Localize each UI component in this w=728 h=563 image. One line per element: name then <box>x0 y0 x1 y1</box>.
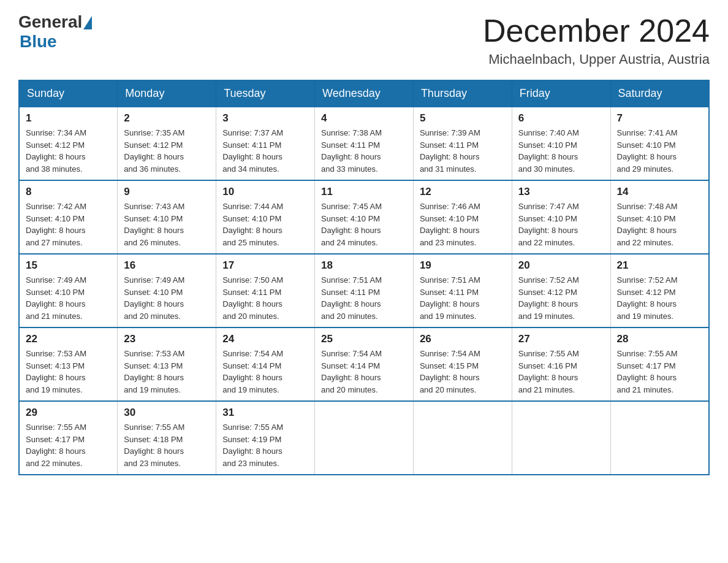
day-number: 6 <box>518 112 604 124</box>
day-number: 28 <box>617 333 702 345</box>
col-monday: Monday <box>118 80 216 107</box>
day-number: 30 <box>124 407 210 419</box>
day-info: Sunrise: 7:52 AMSunset: 4:12 PMDaylight:… <box>617 274 702 322</box>
calendar-cell: 14Sunrise: 7:48 AMSunset: 4:10 PMDayligh… <box>610 180 709 254</box>
day-number: 29 <box>26 407 111 419</box>
col-wednesday: Wednesday <box>315 80 414 107</box>
day-info: Sunrise: 7:51 AMSunset: 4:11 PMDaylight:… <box>321 274 407 322</box>
calendar-cell: 26Sunrise: 7:54 AMSunset: 4:15 PMDayligh… <box>413 327 512 401</box>
day-info: Sunrise: 7:52 AMSunset: 4:12 PMDaylight:… <box>518 274 604 322</box>
calendar-cell <box>413 401 512 475</box>
day-info: Sunrise: 7:49 AMSunset: 4:10 PMDaylight:… <box>124 274 210 322</box>
calendar-cell: 10Sunrise: 7:44 AMSunset: 4:10 PMDayligh… <box>216 180 315 254</box>
calendar-cell: 18Sunrise: 7:51 AMSunset: 4:11 PMDayligh… <box>315 254 414 327</box>
day-number: 21 <box>617 259 702 272</box>
day-info: Sunrise: 7:55 AMSunset: 4:19 PMDaylight:… <box>222 421 308 469</box>
calendar-cell: 6Sunrise: 7:40 AMSunset: 4:10 PMDaylight… <box>512 107 610 180</box>
calendar-cell: 22Sunrise: 7:53 AMSunset: 4:13 PMDayligh… <box>19 327 118 401</box>
calendar-cell: 8Sunrise: 7:42 AMSunset: 4:10 PMDaylight… <box>19 180 118 254</box>
day-info: Sunrise: 7:37 AMSunset: 4:11 PMDaylight:… <box>222 127 308 175</box>
calendar-cell: 30Sunrise: 7:55 AMSunset: 4:18 PMDayligh… <box>118 401 216 475</box>
calendar-cell: 29Sunrise: 7:55 AMSunset: 4:17 PMDayligh… <box>19 401 118 475</box>
calendar-cell: 25Sunrise: 7:54 AMSunset: 4:14 PMDayligh… <box>315 327 414 401</box>
day-info: Sunrise: 7:55 AMSunset: 4:17 PMDaylight:… <box>26 421 111 469</box>
day-number: 19 <box>420 259 506 272</box>
calendar-cell: 7Sunrise: 7:41 AMSunset: 4:10 PMDaylight… <box>610 107 709 180</box>
day-info: Sunrise: 7:53 AMSunset: 4:13 PMDaylight:… <box>124 348 210 396</box>
calendar-cell: 3Sunrise: 7:37 AMSunset: 4:11 PMDaylight… <box>216 107 315 180</box>
day-info: Sunrise: 7:46 AMSunset: 4:10 PMDaylight:… <box>420 201 506 248</box>
day-number: 7 <box>617 112 702 124</box>
calendar-week-row: 8Sunrise: 7:42 AMSunset: 4:10 PMDaylight… <box>19 180 709 254</box>
day-number: 22 <box>26 333 111 345</box>
day-number: 1 <box>26 112 111 124</box>
day-info: Sunrise: 7:42 AMSunset: 4:10 PMDaylight:… <box>26 201 111 248</box>
day-number: 15 <box>26 259 111 272</box>
logo-general: General <box>18 12 82 32</box>
day-info: Sunrise: 7:50 AMSunset: 4:11 PMDaylight:… <box>222 274 308 322</box>
calendar-cell: 5Sunrise: 7:39 AMSunset: 4:11 PMDaylight… <box>413 107 512 180</box>
day-number: 3 <box>222 112 308 124</box>
calendar-cell <box>610 401 709 475</box>
day-info: Sunrise: 7:41 AMSunset: 4:10 PMDaylight:… <box>617 127 702 175</box>
calendar-cell: 21Sunrise: 7:52 AMSunset: 4:12 PMDayligh… <box>610 254 709 327</box>
day-number: 4 <box>321 112 407 124</box>
calendar-cell: 24Sunrise: 7:54 AMSunset: 4:14 PMDayligh… <box>216 327 315 401</box>
day-info: Sunrise: 7:49 AMSunset: 4:10 PMDaylight:… <box>26 274 111 322</box>
day-number: 9 <box>124 186 210 198</box>
day-info: Sunrise: 7:39 AMSunset: 4:11 PMDaylight:… <box>420 127 506 175</box>
day-number: 23 <box>124 333 210 345</box>
calendar-cell: 13Sunrise: 7:47 AMSunset: 4:10 PMDayligh… <box>512 180 610 254</box>
day-number: 26 <box>420 333 506 345</box>
calendar-cell: 1Sunrise: 7:34 AMSunset: 4:12 PMDaylight… <box>19 107 118 180</box>
calendar-cell: 28Sunrise: 7:55 AMSunset: 4:17 PMDayligh… <box>610 327 709 401</box>
month-title: December 2024 <box>483 12 710 49</box>
col-tuesday: Tuesday <box>216 80 315 107</box>
day-number: 17 <box>222 259 308 272</box>
day-number: 24 <box>222 333 308 345</box>
day-info: Sunrise: 7:40 AMSunset: 4:10 PMDaylight:… <box>518 127 604 175</box>
calendar-cell: 20Sunrise: 7:52 AMSunset: 4:12 PMDayligh… <box>512 254 610 327</box>
day-number: 14 <box>617 186 702 198</box>
day-info: Sunrise: 7:44 AMSunset: 4:10 PMDaylight:… <box>222 201 308 248</box>
calendar-cell: 17Sunrise: 7:50 AMSunset: 4:11 PMDayligh… <box>216 254 315 327</box>
day-number: 25 <box>321 333 407 345</box>
day-number: 10 <box>222 186 308 198</box>
logo-blue: Blue <box>20 32 57 52</box>
day-info: Sunrise: 7:55 AMSunset: 4:17 PMDaylight:… <box>617 348 702 396</box>
calendar-header-row: Sunday Monday Tuesday Wednesday Thursday… <box>19 80 709 107</box>
calendar-cell: 31Sunrise: 7:55 AMSunset: 4:19 PMDayligh… <box>216 401 315 475</box>
calendar-cell: 16Sunrise: 7:49 AMSunset: 4:10 PMDayligh… <box>118 254 216 327</box>
day-number: 16 <box>124 259 210 272</box>
calendar-cell <box>512 401 610 475</box>
day-info: Sunrise: 7:45 AMSunset: 4:10 PMDaylight:… <box>321 201 407 248</box>
logo-triangle-icon <box>83 16 92 29</box>
day-number: 8 <box>26 186 111 198</box>
calendar-week-row: 1Sunrise: 7:34 AMSunset: 4:12 PMDaylight… <box>19 107 709 180</box>
day-number: 12 <box>420 186 506 198</box>
day-number: 31 <box>222 407 308 419</box>
calendar-cell: 9Sunrise: 7:43 AMSunset: 4:10 PMDaylight… <box>118 180 216 254</box>
day-info: Sunrise: 7:48 AMSunset: 4:10 PMDaylight:… <box>617 201 702 248</box>
day-info: Sunrise: 7:55 AMSunset: 4:16 PMDaylight:… <box>518 348 604 396</box>
title-section: December 2024 Michaelnbach, Upper Austri… <box>483 12 710 67</box>
logo: General Blue <box>18 12 92 52</box>
calendar-week-row: 29Sunrise: 7:55 AMSunset: 4:17 PMDayligh… <box>19 401 709 475</box>
day-info: Sunrise: 7:54 AMSunset: 4:14 PMDaylight:… <box>222 348 308 396</box>
calendar-cell: 15Sunrise: 7:49 AMSunset: 4:10 PMDayligh… <box>19 254 118 327</box>
col-thursday: Thursday <box>413 80 512 107</box>
day-number: 18 <box>321 259 407 272</box>
day-number: 20 <box>518 259 604 272</box>
day-info: Sunrise: 7:54 AMSunset: 4:15 PMDaylight:… <box>420 348 506 396</box>
day-info: Sunrise: 7:54 AMSunset: 4:14 PMDaylight:… <box>321 348 407 396</box>
day-number: 11 <box>321 186 407 198</box>
day-info: Sunrise: 7:34 AMSunset: 4:12 PMDaylight:… <box>26 127 111 175</box>
calendar-cell: 23Sunrise: 7:53 AMSunset: 4:13 PMDayligh… <box>118 327 216 401</box>
day-number: 2 <box>124 112 210 124</box>
calendar-cell <box>315 401 414 475</box>
location: Michaelnbach, Upper Austria, Austria <box>483 52 710 67</box>
day-info: Sunrise: 7:53 AMSunset: 4:13 PMDaylight:… <box>26 348 111 396</box>
col-friday: Friday <box>512 80 610 107</box>
calendar-cell: 27Sunrise: 7:55 AMSunset: 4:16 PMDayligh… <box>512 327 610 401</box>
calendar-table: Sunday Monday Tuesday Wednesday Thursday… <box>18 80 710 475</box>
